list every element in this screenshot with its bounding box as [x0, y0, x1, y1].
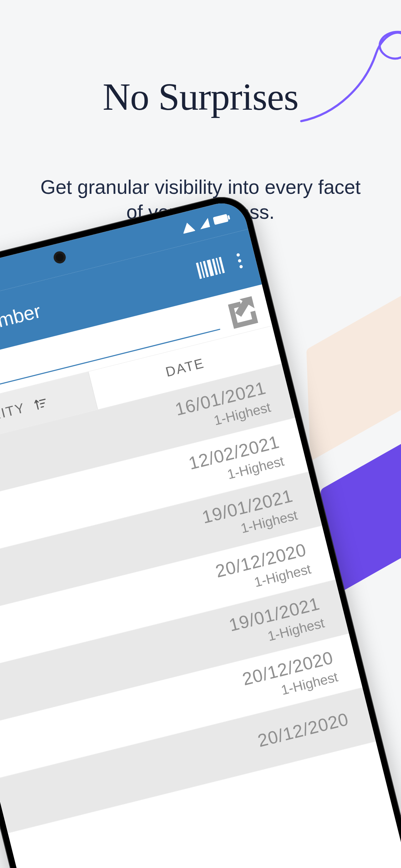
wifi-icon: [181, 221, 196, 234]
phone-mockup: 10:47 Pick Number: [0, 182, 401, 868]
pick-list: 16/01/20211-Highest 12/02/20211-Highest …: [0, 364, 376, 833]
phone-screen: 10:47 Pick Number: [0, 198, 401, 868]
row-date: 20/12/2020: [256, 708, 351, 751]
cell-signal-icon: [198, 218, 210, 229]
overflow-menu-icon[interactable]: [236, 253, 243, 268]
sort-ascending-icon: [32, 396, 49, 412]
barcode-scan-icon[interactable]: [196, 257, 225, 279]
column-header-date-label: DATE: [164, 356, 206, 380]
column-header-priority-label: PRIORITY: [0, 400, 27, 433]
export-icon[interactable]: [222, 294, 258, 330]
marketing-headline: No Surprises: [0, 75, 401, 119]
battery-icon: [213, 214, 228, 225]
phone-frame: 10:47 Pick Number: [0, 190, 401, 868]
